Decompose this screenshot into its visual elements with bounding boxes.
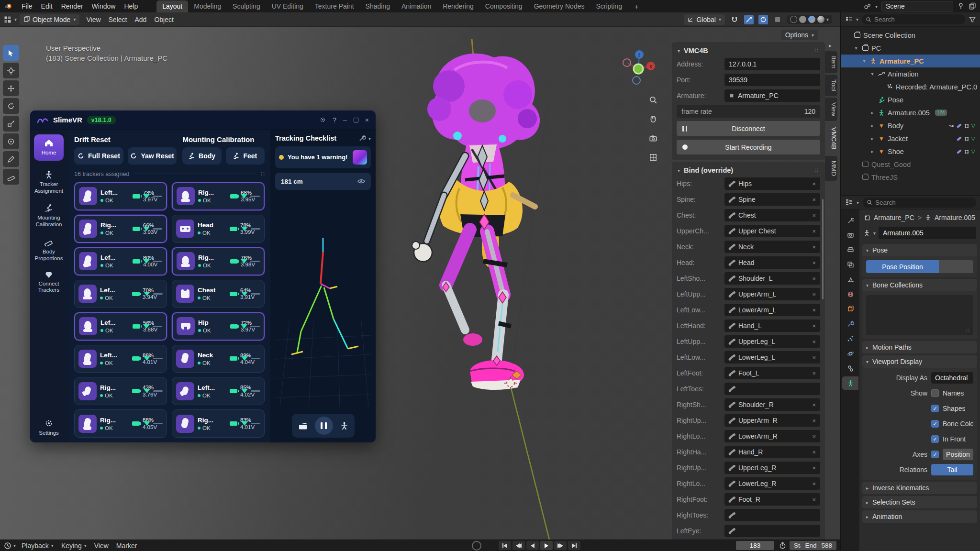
play-reverse-button[interactable]: [526, 541, 539, 550]
clear-icon[interactable]: ×: [812, 338, 816, 345]
constraint-properties-tab[interactable]: [842, 362, 858, 375]
workspace-tab[interactable]: Sculpting: [227, 0, 266, 12]
tracker-card[interactable]: Left...OK 88%4.01V: [74, 345, 167, 373]
tracker-card[interactable]: Left...OK 73%3.97V: [74, 182, 167, 210]
object-icon[interactable]: [864, 215, 870, 221]
nav-settings[interactable]: Settings: [39, 419, 59, 437]
bone-target-field[interactable]: LowerArm_L ×: [724, 304, 820, 316]
disconnect-button[interactable]: Disconnect: [677, 121, 820, 136]
rest-position-button[interactable]: [939, 260, 973, 273]
outliner-row-pose[interactable]: Pose: [841, 93, 980, 106]
stopwatch-icon[interactable]: [779, 542, 786, 549]
breadcrumb-object[interactable]: Armature_PC: [874, 214, 914, 221]
viewport-menu-item[interactable]: View: [82, 14, 104, 25]
clear-icon[interactable]: ×: [812, 243, 816, 251]
move-tool[interactable]: [3, 80, 19, 96]
nav-home[interactable]: Home: [34, 134, 64, 161]
outliner-row-armature-005[interactable]: ▸Armature.005124: [841, 106, 980, 119]
prev-keyframe-button[interactable]: [512, 541, 525, 550]
address-field[interactable]: 127.0.0.1: [724, 58, 820, 70]
chevron-down-icon[interactable]: ▾: [875, 4, 878, 9]
outliner-row-recorded-action[interactable]: Recorded: Armature_PC.0: [841, 80, 980, 93]
mesh-data-icon[interactable]: ▽: [971, 148, 975, 154]
mesh-data-icon[interactable]: ▽: [971, 135, 975, 142]
breadcrumb-data[interactable]: Armature.005: [935, 214, 975, 221]
current-frame-field[interactable]: 183: [736, 541, 774, 550]
timeline-editor-icon[interactable]: [4, 542, 11, 550]
bone-colors-checkbox[interactable]: ✓: [931, 420, 939, 428]
expand-icon[interactable]: ▾: [853, 45, 859, 51]
tracker-card[interactable]: Rig...OK 88%4.05V: [74, 409, 167, 438]
auto-key-button[interactable]: [472, 541, 481, 551]
render-properties-tab[interactable]: [842, 228, 858, 242]
bone-target-field[interactable]: ×: [724, 509, 820, 521]
end-frame-field[interactable]: End588: [801, 541, 836, 550]
workspace-tab[interactable]: UV Editing: [266, 0, 309, 12]
jump-to-start-button[interactable]: [499, 541, 511, 550]
mode-dropdown[interactable]: Object Mode ▾: [20, 14, 79, 25]
bone-target-field[interactable]: Chest ×: [724, 209, 820, 221]
bone-target-field[interactable]: LowerLeg_R ×: [724, 477, 820, 490]
object-data-properties-tab[interactable]: [842, 376, 858, 390]
particle-properties-tab[interactable]: [842, 332, 858, 345]
physics-properties-tab[interactable]: [842, 347, 858, 360]
sidebar-tab[interactable]: View: [825, 98, 837, 121]
menu-item[interactable]: Render: [57, 1, 88, 11]
scene-selector[interactable]: Scene: [881, 1, 953, 11]
axes-position-button[interactable]: Position: [943, 449, 973, 460]
skeleton-preview[interactable]: [275, 194, 371, 409]
expand-icon[interactable]: ▾: [869, 71, 875, 77]
menu-item[interactable]: Help: [120, 1, 142, 11]
bone-collections-list[interactable]: ∷: [866, 295, 973, 335]
world-properties-tab[interactable]: [842, 287, 858, 301]
workspace-tab[interactable]: Rendering: [437, 0, 479, 12]
bone-target-field[interactable]: Neck ×: [724, 241, 820, 253]
chevron-down-icon[interactable]: ▾: [826, 17, 829, 22]
bone-target-field[interactable]: UpperLeg_R ×: [724, 462, 820, 474]
pose-position-button[interactable]: Pose Position: [866, 260, 939, 273]
bone-target-field[interactable]: LowerArm_R ×: [724, 430, 820, 442]
outliner-row-jacket[interactable]: ▸▼Jacket▽: [841, 132, 980, 145]
workspace-tab[interactable]: Layout: [156, 0, 188, 12]
bone-target-field[interactable]: UpperLeg_L ×: [724, 335, 820, 348]
close-icon[interactable]: ×: [365, 116, 369, 124]
sidebar-tab[interactable]: Tool: [825, 75, 837, 96]
nav-mounting-calibration[interactable]: Mounting Calibration: [32, 204, 66, 228]
select-box-tool[interactable]: [3, 45, 19, 61]
viewport-menu-item[interactable]: Select: [105, 14, 131, 25]
bone-target-field[interactable]: Hand_L ×: [724, 320, 820, 332]
workspace-tab[interactable]: Compositing: [479, 0, 528, 12]
slimevr-titlebar[interactable]: SlimeVR v18.1.0 ? – ×: [30, 110, 376, 130]
grid-toggle-icon[interactable]: ∷: [261, 170, 265, 177]
blender-logo[interactable]: [4, 3, 12, 10]
material-shading-icon[interactable]: [808, 16, 815, 23]
armature-data-icon[interactable]: [925, 215, 931, 221]
properties-editor-icon[interactable]: [845, 198, 853, 206]
navigation-gizmo[interactable]: z x: [616, 47, 660, 91]
modifier-wrench-icon[interactable]: [957, 136, 962, 141]
bone-target-field[interactable]: ×: [724, 383, 820, 395]
expand-icon[interactable]: ▸: [869, 149, 875, 154]
names-checkbox[interactable]: ✓: [931, 389, 939, 397]
chevron-down-icon[interactable]: ▾: [13, 543, 16, 548]
vertex-groups-icon[interactable]: [965, 137, 969, 141]
snap-magnet-icon[interactable]: [730, 15, 739, 24]
drift-reset-button[interactable]: Yaw Reset: [128, 147, 177, 165]
clear-icon[interactable]: ×: [812, 433, 816, 440]
chevron-down-icon[interactable]: ▾: [14, 17, 17, 22]
collapsed-section-header[interactable]: ▸Animation: [862, 510, 977, 523]
help-icon[interactable]: ?: [333, 116, 336, 124]
object-properties-tab[interactable]: [842, 302, 858, 316]
outliner-row-quest-good[interactable]: Quest_Good: [841, 158, 980, 171]
chevron-down-icon[interactable]: ▾: [857, 200, 859, 205]
clear-icon[interactable]: ×: [812, 196, 816, 203]
chevron-down-icon[interactable]: ▾: [368, 136, 371, 141]
wrench-icon[interactable]: [359, 135, 366, 142]
next-keyframe-button[interactable]: [554, 541, 567, 550]
rotate-tool[interactable]: [3, 98, 19, 114]
clapper-icon[interactable]: [299, 422, 307, 430]
workspace-tab[interactable]: Texture Paint: [309, 0, 360, 12]
outliner-row-scene-collection[interactable]: Scene Collection: [841, 29, 980, 42]
bone-target-field[interactable]: Foot_L ×: [724, 367, 820, 379]
mesh-data-icon[interactable]: ▽: [971, 122, 975, 129]
